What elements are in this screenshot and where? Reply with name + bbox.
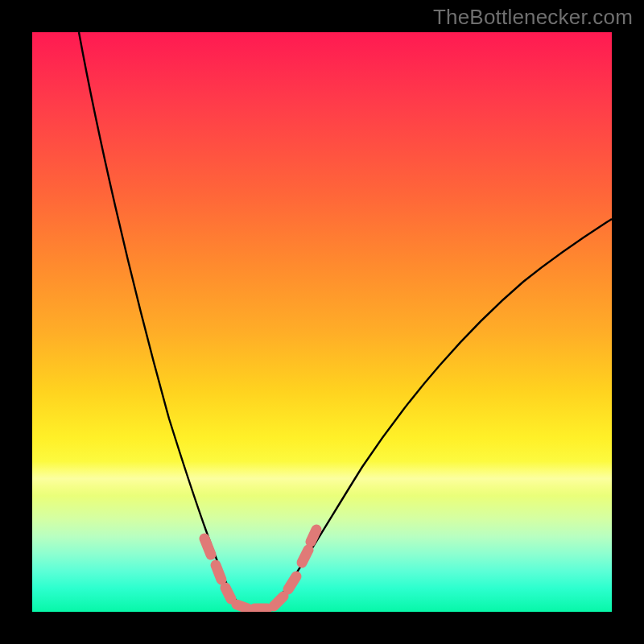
bottleneck-curves: [32, 32, 612, 612]
plot-area: [32, 32, 612, 612]
valley-marker: [216, 565, 221, 580]
watermark-text: TheBottlenecker.com: [433, 5, 633, 30]
valley-marker: [237, 605, 248, 609]
curve-right-branch: [270, 219, 612, 609]
valley-marker: [288, 576, 296, 589]
valley-marker: [225, 588, 231, 599]
valley-marker: [274, 597, 283, 606]
valley-marker: [302, 550, 308, 563]
curve-left-branch: [79, 32, 243, 609]
outer-black-frame: TheBottlenecker.com: [0, 0, 644, 644]
valley-marker: [204, 539, 211, 555]
valley-marker: [311, 530, 316, 542]
